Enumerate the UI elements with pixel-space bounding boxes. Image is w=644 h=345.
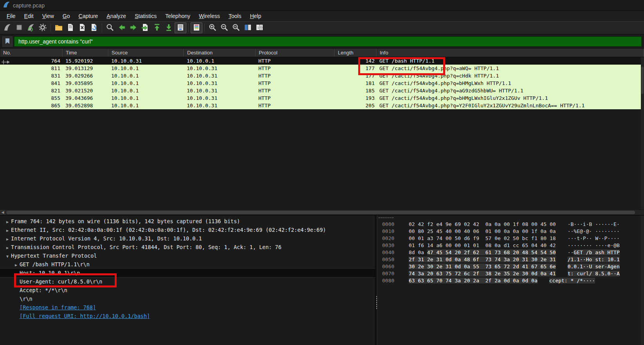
toolbar-reset-layout-button[interactable]: 123	[254, 22, 265, 33]
packet-row-831[interactable]: 83139.02926610.10.0.110.10.0.31HTTP177GE…	[0, 72, 644, 79]
menu-item-tools[interactable]: Tools	[224, 12, 246, 20]
reset-layout-icon: 123	[255, 23, 264, 33]
packet-list-empty-area	[0, 109, 644, 210]
expander-right-icon[interactable]: ▶	[4, 226, 11, 235]
toolbar-go-to-packet-button[interactable]	[139, 22, 151, 33]
current-packet-pointer-icon	[2, 59, 10, 65]
expander-right-icon[interactable]: ▶	[4, 235, 11, 244]
toolbar-save-file-button[interactable]	[65, 22, 76, 33]
zoom-reset-icon	[232, 23, 240, 33]
detail-line[interactable]: \r\n	[0, 294, 375, 303]
hex-row-0050[interactable]: 00502f 31 2e 31 0d 0a 48 6f 73 74 3a 20 …	[377, 256, 644, 263]
hex-row-0060[interactable]: 006030 2e 30 2e 31 0d 0a 55 73 65 72 2d …	[377, 263, 644, 270]
main-toolbar: 123	[0, 21, 644, 34]
restart-capture-icon	[27, 23, 35, 33]
detail-line[interactable]: Accept: */*\r\n	[0, 286, 375, 294]
expander-right-icon[interactable]: ▶	[4, 244, 11, 252]
detail-line[interactable]: ▶Frame 764: 142 bytes on wire (1136 bits…	[0, 217, 375, 226]
column-header-info[interactable]: Info	[377, 49, 644, 57]
colorize-icon	[192, 23, 201, 33]
detail-line[interactable]: ▶Transmission Control Protocol, Src Port…	[0, 243, 375, 251]
hex-row-0010[interactable]: 001000 80 25 45 40 00 40 06 01 00 0a 0a …	[377, 228, 644, 235]
menu-item-help[interactable]: Help	[245, 12, 265, 20]
packet-row-811[interactable]: 81139.01312910.10.0.110.10.0.31HTTP177GE…	[0, 65, 644, 72]
reload-file-icon	[90, 23, 98, 33]
go-forward-icon	[129, 23, 138, 33]
toolbar-separator	[188, 23, 189, 32]
toolbar-find-packet-button[interactable]	[104, 22, 116, 33]
expander-down-icon[interactable]: ▼	[4, 252, 11, 261]
packet-list-hscrollbar[interactable]: ◀	[0, 210, 644, 215]
toolbar-start-capture-button[interactable]	[2, 22, 13, 33]
toolbar-zoom-reset-button[interactable]	[230, 22, 242, 33]
menu-item-file[interactable]: File	[2, 12, 20, 20]
packet-row-821[interactable]: 82139.02152010.10.0.110.10.0.31HTTP185GE…	[0, 87, 644, 94]
go-back-icon	[117, 23, 126, 33]
scroll-left-arrow-icon[interactable]: ◀	[0, 210, 5, 215]
detail-line[interactable]: User-Agent: curl/8.5.0\r\n	[0, 277, 375, 286]
filter-bookmark-button[interactable]	[2, 36, 13, 47]
menu-item-wireless[interactable]: Wireless	[195, 12, 224, 20]
toolbar-reload-file-button[interactable]	[88, 22, 100, 33]
toolbar-auto-scroll-button[interactable]	[175, 22, 186, 33]
column-header-protocol[interactable]: Protocol	[256, 49, 335, 57]
window-title: capture.pcap	[13, 2, 45, 9]
toolbar-stop-capture-button[interactable]	[13, 22, 25, 33]
capture-options-icon	[38, 23, 47, 33]
hex-row-0070[interactable]: 007074 3a 20 63 75 72 6c 2f 38 2e 35 2e …	[377, 270, 644, 277]
hex-row-0080[interactable]: 008063 63 65 70 74 3a 20 2a 2f 2a 0d 0a …	[377, 277, 644, 284]
toolbar-zoom-out-button[interactable]	[218, 22, 230, 33]
toolbar-go-first-packet-button[interactable]	[151, 22, 163, 33]
filter-expression: http.user_agent contains "curl"	[18, 38, 93, 45]
menu-item-edit[interactable]: Edit	[20, 12, 38, 20]
toolbar-go-forward-button[interactable]	[128, 22, 139, 33]
menu-item-telephony[interactable]: Telephony	[161, 12, 195, 20]
toolbar-separator	[51, 23, 51, 32]
packet-row-865[interactable]: 86539.05289810.10.0.110.10.0.31HTTP205GE…	[0, 102, 644, 109]
detail-line[interactable]: ▶Internet Protocol Version 4, Src: 10.10…	[0, 234, 375, 243]
save-file-icon	[66, 23, 75, 33]
toolbar-resize-columns-button[interactable]	[242, 22, 254, 33]
detail-generated-link[interactable]: [Full request URI: http://10.10.0.1/bash…	[0, 312, 375, 320]
toolbar-restart-capture-button[interactable]	[25, 22, 37, 33]
filter-input[interactable]: http.user_agent contains "curl"	[14, 36, 642, 47]
toolbar-close-file-button[interactable]	[76, 22, 88, 33]
toolbar-colorize-button[interactable]	[191, 22, 202, 33]
detail-line[interactable]: Host: 10.10.0.1\r\n	[0, 269, 375, 277]
toolbar-zoom-in-button[interactable]	[207, 22, 218, 33]
packet-row-841[interactable]: 84139.03589510.10.0.110.10.0.31HTTP181GE…	[0, 79, 644, 87]
column-header-no[interactable]: No.	[0, 49, 63, 57]
toolbar-go-back-button[interactable]	[116, 22, 128, 33]
column-header-destination[interactable]: Destination	[184, 49, 256, 57]
filter-bar: http.user_agent contains "curl"	[0, 34, 644, 49]
detail-line[interactable]: ▶Ethernet II, Src: 02:42:0a:0a:00:1f (02…	[0, 226, 375, 234]
toolbar-go-last-packet-button[interactable]	[163, 22, 175, 33]
menu-item-analyze[interactable]: Analyze	[102, 12, 130, 20]
hscroll-thumb[interactable]	[6, 211, 635, 214]
hex-row-0020[interactable]: 002000 01 a3 74 00 50 d6 f9 57 0e 02 50 …	[377, 235, 644, 242]
column-header-length[interactable]: Length	[335, 49, 377, 57]
menu-item-go[interactable]: Go	[58, 12, 74, 20]
hex-row-0030[interactable]: 003001 f6 14 a6 00 00 01 01 08 0a d1 cc …	[377, 242, 644, 249]
toolbar-capture-options-button[interactable]	[37, 22, 49, 33]
menu-item-capture[interactable]: Capture	[74, 12, 103, 20]
hex-row-0040[interactable]: 00408d 0a 47 45 54 20 2f 62 61 73 68 20 …	[377, 249, 644, 256]
expander-right-icon[interactable]: ▶	[13, 261, 20, 269]
toolbar-open-file-button[interactable]	[53, 22, 65, 33]
menu-item-statistics[interactable]: Statistics	[130, 12, 161, 20]
detail-line[interactable]: ▶GET /bash HTTP/1.1\r\n	[0, 260, 375, 269]
hex-row-0000[interactable]: 000002 42 f2 e4 9e 69 02 42 0a 0a 00 1f …	[377, 221, 644, 228]
detail-generated-link[interactable]: [Response in frame: 768]	[0, 303, 375, 312]
svg-text:1: 1	[258, 26, 259, 29]
expander-right-icon[interactable]: ▶	[4, 218, 11, 226]
detail-line[interactable]: ▼Hypertext Transfer Protocol	[0, 251, 375, 260]
packet-row-855[interactable]: 85539.04369610.10.0.110.10.0.31HTTP193GE…	[0, 94, 644, 102]
packet-list-vscrollbar[interactable]	[641, 57, 644, 210]
resize-columns-icon	[244, 23, 252, 33]
packet-row-764[interactable]: 76415.92019210.10.0.3110.10.0.1HTTP142GE…	[0, 57, 644, 65]
column-header-source[interactable]: Source	[108, 49, 184, 57]
splitter-handle-dots[interactable]	[378, 217, 394, 219]
bytes-vscrollbar[interactable]	[641, 215, 644, 345]
column-header-time[interactable]: Time	[63, 49, 108, 57]
menu-item-view[interactable]: View	[38, 12, 58, 20]
